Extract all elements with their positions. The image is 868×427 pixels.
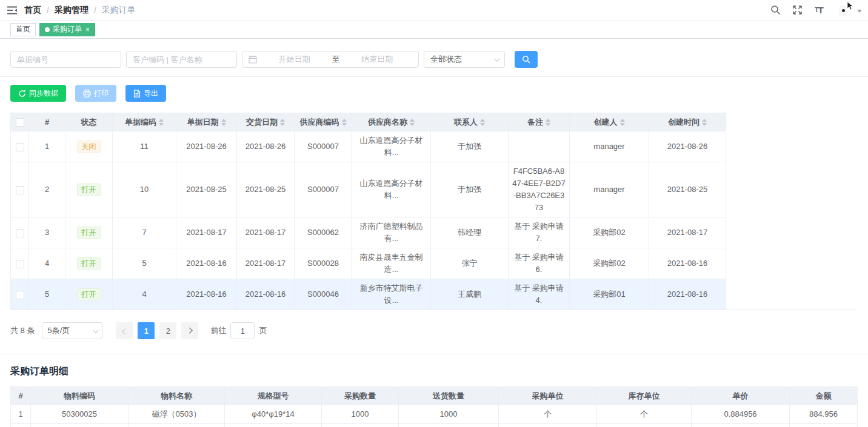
order-no-input[interactable]	[10, 51, 121, 68]
search-button[interactable]	[515, 51, 538, 68]
tab-close-icon[interactable]: ×	[85, 26, 90, 33]
cell: 884.956	[790, 405, 858, 424]
cell: 11	[113, 131, 176, 162]
order-row[interactable]: 1 关闭 11 2021-08-26 2021-08-26 S000007 山东…	[11, 131, 726, 162]
sort-carets-icon	[410, 119, 415, 126]
col-order-code: 单据编码	[113, 113, 176, 131]
goto-page-input[interactable]	[230, 322, 255, 339]
print-button[interactable]: 打印	[75, 85, 116, 102]
cell: S000028	[295, 248, 352, 279]
cell: 2021-08-17	[649, 217, 726, 248]
sidebar-toggle-icon[interactable]	[0, 0, 24, 21]
orders-pagination: 共 8 条 5条/页 1 2 前往 页	[10, 322, 858, 339]
cell: 12.389381	[692, 424, 790, 427]
sort-creator[interactable]: 创建人	[594, 117, 625, 128]
sort-created-time[interactable]: 创建时间	[668, 117, 707, 128]
col-supplier-name-label: 供应商名称	[368, 117, 407, 128]
breadcrumb-module[interactable]: 采购管理	[55, 5, 88, 16]
export-button[interactable]: 导出	[125, 85, 166, 102]
cell: 1000	[399, 405, 499, 424]
row-checkbox[interactable]	[16, 143, 24, 151]
cell: 10	[113, 162, 176, 217]
sort-carets-icon	[280, 119, 285, 126]
cell: 2021-08-26	[649, 131, 726, 162]
breadcrumb-home[interactable]: 首页	[24, 5, 41, 16]
status-select[interactable]: 全部状态	[424, 51, 505, 68]
order-row-selected[interactable]: 5 打开 4 2021-08-16 2021-08-16 S000046 新乡市…	[11, 279, 726, 310]
col-contact-label: 联系人	[454, 117, 478, 128]
col-material-code: 物料编码	[31, 387, 129, 405]
sync-data-button[interactable]: 同步数据	[10, 85, 66, 102]
start-date-placeholder[interactable]: 开始日期	[259, 54, 330, 65]
col-delivery-date: 交货日期	[237, 113, 295, 131]
sort-order-date[interactable]: 单据日期	[187, 117, 226, 128]
cell: 2	[29, 162, 65, 217]
top-navbar: 首页 / 采购管理 / 采购订单 TT	[0, 0, 868, 21]
date-range-picker[interactable]: 开始日期 至 结束日期	[242, 51, 419, 68]
col-unit-price: 单价	[692, 387, 790, 405]
cell: 400	[322, 424, 399, 427]
col-delivery-date-label: 交货日期	[246, 117, 278, 128]
page-button-1[interactable]: 1	[138, 322, 155, 339]
cell: 个	[499, 424, 597, 427]
breadcrumb-current-page: 采购订单	[102, 5, 136, 16]
cell: 2	[11, 424, 31, 427]
cell: 14*99	[225, 424, 322, 427]
page-size-select[interactable]: 5条/页	[42, 322, 102, 339]
page-size-value: 5条/页	[47, 325, 70, 336]
sort-supplier-code[interactable]: 供应商编码	[300, 117, 347, 128]
sort-carets-icon	[702, 119, 707, 126]
avatar-caret-down-icon[interactable]	[857, 10, 862, 15]
font-size-icon[interactable]: TT	[810, 0, 828, 21]
col-index: #	[11, 387, 31, 405]
cell	[11, 131, 29, 162]
row-checkbox[interactable]	[16, 229, 24, 237]
cell: 韩经理	[431, 217, 509, 248]
row-checkbox[interactable]	[16, 291, 24, 299]
tags-view-bar: 首页 采购订单 ×	[0, 21, 868, 39]
detail-row[interactable]: 1 50300025 磁浮（0503） φ40*φ19*14 1000 1000…	[11, 405, 858, 424]
cell	[11, 279, 29, 310]
col-order-date: 单据日期	[176, 113, 237, 131]
row-checkbox[interactable]	[16, 260, 24, 268]
tab-home[interactable]: 首页	[10, 23, 36, 36]
chevron-down-icon	[494, 56, 500, 62]
cell: 关闭	[65, 131, 113, 162]
prev-page-button[interactable]	[116, 322, 133, 339]
sort-contact[interactable]: 联系人	[454, 117, 485, 128]
col-stock-unit: 库存单位	[597, 387, 692, 405]
cell: 2021-08-16	[176, 248, 237, 279]
sort-order-code[interactable]: 单据编码	[125, 117, 164, 128]
detail-section-title: 采购订单明细	[10, 365, 858, 378]
select-all-checkbox[interactable]	[16, 118, 24, 127]
cell: φ40*φ19*14	[225, 405, 322, 424]
sort-delivery-date[interactable]: 交货日期	[246, 117, 285, 128]
tab-purchase-order[interactable]: 采购订单 ×	[39, 23, 95, 36]
search-icon[interactable]	[766, 0, 784, 21]
cell: 采购部01	[570, 279, 649, 310]
row-checkbox[interactable]	[16, 186, 24, 194]
goto-page: 前往 页	[210, 322, 267, 339]
cell: 2021-08-17	[237, 248, 295, 279]
next-page-button[interactable]	[181, 322, 198, 339]
detail-row[interactable]: 2 50300024 传感器本体（0503） 14*99 400 400 个 个…	[11, 424, 858, 427]
divider	[0, 76, 868, 77]
order-row[interactable]: 4 打开 5 2021-08-16 2021-08-17 S000028 南皮县…	[11, 248, 726, 279]
cell: S000007	[295, 131, 352, 162]
fullscreen-icon[interactable]	[788, 0, 806, 21]
sort-supplier-name[interactable]: 供应商名称	[368, 117, 415, 128]
col-remark-label: 备注	[527, 117, 543, 128]
sort-remark[interactable]: 备注	[527, 117, 550, 128]
order-row[interactable]: 2 打开 10 2021-08-25 2021-08-25 S000007 山东…	[11, 162, 726, 217]
col-status: 状态	[65, 113, 113, 131]
cell: 南皮县晟丰五金制造...	[352, 248, 431, 279]
search-icon	[522, 55, 530, 64]
status-badge: 打开	[77, 227, 101, 239]
order-row[interactable]: 3 打开 7 2021-08-17 2021-08-17 S000062 济南广…	[11, 217, 726, 248]
cell: 50300024	[31, 424, 129, 427]
customer-input[interactable]	[126, 51, 237, 68]
end-date-placeholder[interactable]: 结束日期	[342, 54, 413, 65]
cell	[11, 162, 29, 217]
page-button-2[interactable]: 2	[159, 322, 176, 339]
user-avatar[interactable]	[834, 1, 852, 19]
